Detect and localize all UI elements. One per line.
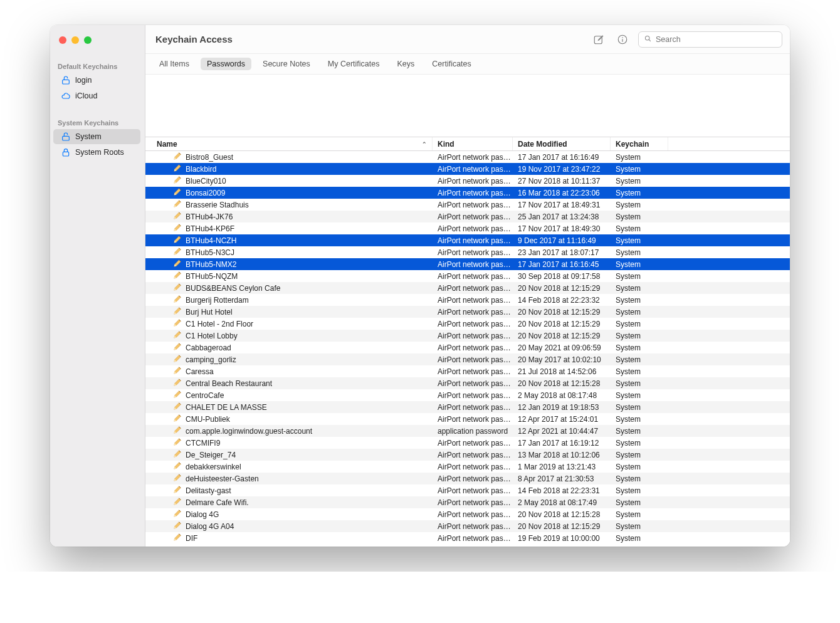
tab-certificates[interactable]: Certificates [426,58,478,70]
cell-spacer [668,211,790,223]
zoom-window-button[interactable] [84,36,92,44]
cell-keychain: System [611,413,668,425]
table-row[interactable]: CabbageroadAirPort network pas…20 May 20… [145,342,790,353]
sidebar-item-icloud[interactable]: iCloud [53,88,140,103]
cell-date: 17 Jan 2017 at 16:16:45 [513,258,611,270]
items-table[interactable]: Name⌃ Kind Date Modified Keychain Bistro… [145,137,790,547]
table-row[interactable]: Brasserie StadhuisAirPort network pas…17… [145,199,790,211]
cell-spacer [668,330,790,342]
cell-date: 14 Feb 2018 at 22:23:32 [513,294,611,306]
column-header-name[interactable]: Name⌃ [145,137,433,150]
cell-date: 19 Nov 2017 at 23:47:22 [513,163,611,175]
compose-button[interactable] [591,31,607,48]
tab-my-certificates[interactable]: My Certificates [322,58,386,70]
table-row[interactable]: BTHub4-JK76AirPort network pas…25 Jan 20… [145,211,790,223]
table-row[interactable]: BTHub5-N3CJAirPort network pas…23 Jan 20… [145,246,790,258]
cell-spacer [668,223,790,234]
column-header-kind[interactable]: Kind [433,137,513,150]
table-row[interactable]: Delitasty-gastAirPort network pas…14 Feb… [145,484,790,496]
table-row[interactable]: debakkerswinkelAirPort network pas…1 Mar… [145,461,790,473]
cell-spacer [668,353,790,365]
cell-kind: AirPort network pas… [433,484,513,496]
table-row[interactable]: CHALET DE LA MASSEAirPort network pas…12… [145,401,790,413]
cell-name: Delitasty-gast [145,484,433,496]
search-input[interactable] [656,35,777,44]
table-row[interactable]: camping_gorlizAirPort network pas…20 May… [145,353,790,365]
search-icon [644,34,652,45]
column-header-keychain[interactable]: Keychain [611,137,668,150]
sidebar-item-system-roots[interactable]: System Roots [53,145,140,160]
cell-spacer [668,389,790,401]
cell-name: Burgerij Rotterdam [145,294,433,306]
cell-spacer [668,282,790,294]
sidebar-item-system[interactable]: System [53,129,140,144]
table-row[interactable]: Delmare Cafe Wifi.AirPort network pas…2 … [145,496,790,508]
table-row[interactable]: Burgerij RotterdamAirPort network pas…14… [145,294,790,306]
table-row[interactable]: BTHub4-NCZHAirPort network pas…9 Dec 201… [145,234,790,246]
password-item-icon [173,306,182,317]
table-row[interactable]: BTHub4-KP6FAirPort network pas…17 Nov 20… [145,223,790,234]
password-item-icon [173,449,182,460]
table-row[interactable]: Dialog 4GAirPort network pas…20 Nov 2018… [145,508,790,520]
table-row[interactable]: CaressaAirPort network pas…21 Jul 2018 a… [145,365,790,377]
cell-date: 12 Apr 2021 at 10:44:47 [513,425,611,437]
cell-kind: AirPort network pas… [433,520,513,532]
item-name: Burgerij Rotterdam [186,296,249,305]
item-name: BUDS&BEANS Ceylon Cafe [186,284,280,293]
close-window-button[interactable] [59,36,66,44]
info-button[interactable] [614,31,631,48]
table-row[interactable]: BUDS&BEANS Ceylon CafeAirPort network pa… [145,282,790,294]
table-row[interactable]: De_Steiger_74AirPort network pas…13 Mar … [145,449,790,461]
cell-date: 20 May 2021 at 09:06:59 [513,342,611,353]
password-item-icon [173,366,182,377]
window: Default Keychains login iCloud System Ke… [50,25,790,547]
table-row[interactable]: CMU-PubliekAirPort network pas…12 Apr 20… [145,413,790,425]
cell-date: 14 Feb 2018 at 22:23:31 [513,484,611,496]
table-row[interactable]: DIFAirPort network pas…19 Feb 2019 at 10… [145,532,790,544]
cell-keychain: System [611,246,668,258]
table-row[interactable]: Bistro8_GuestAirPort network pas…17 Jan … [145,151,790,163]
table-row[interactable]: C1 Hotel LobbyAirPort network pas…20 Nov… [145,330,790,342]
tab-keys[interactable]: Keys [391,58,421,70]
column-header-date[interactable]: Date Modified [513,137,611,150]
sidebar-item-login[interactable]: login [53,73,140,88]
detail-panel [145,75,790,137]
cell-kind: AirPort network pas… [433,353,513,365]
table-row[interactable]: Bonsai2009AirPort network pas…16 Mar 201… [145,187,790,199]
item-name: BTHub5-NMX2 [186,260,236,269]
table-row[interactable]: Central Beach RestaurantAirPort network … [145,377,790,389]
table-row[interactable]: BTHub5-NQZMAirPort network pas…30 Sep 20… [145,270,790,282]
tab-all-items[interactable]: All Items [153,58,196,70]
password-item-icon [173,390,182,401]
cell-keychain: System [611,484,668,496]
minimize-window-button[interactable] [71,36,79,44]
password-item-icon [173,521,182,531]
table-row[interactable]: Burj Hut HotelAirPort network pas…20 Nov… [145,306,790,318]
item-name: Burj Hut Hotel [186,308,233,317]
cell-kind: AirPort network pas… [433,437,513,449]
cell-kind: AirPort network pas… [433,211,513,223]
cell-spacer [668,508,790,520]
table-row[interactable]: Dialog 4G A04AirPort network pas…20 Nov … [145,520,790,532]
table-row[interactable]: com.apple.loginwindow.guest-accountappli… [145,425,790,437]
cell-date: 2 May 2018 at 08:17:48 [513,389,611,401]
password-item-icon [173,485,182,496]
cell-name: C1 Hotel - 2nd Floor [145,318,433,330]
table-row[interactable]: BTHub5-NMX2AirPort network pas…17 Jan 20… [145,258,790,270]
table-row[interactable]: CTCMIFI9AirPort network pas…17 Jan 2017 … [145,437,790,449]
unlocked-padlock-icon [61,75,71,85]
unlocked-padlock-icon [61,132,71,142]
table-row[interactable]: BlackbirdAirPort network pas…19 Nov 2017… [145,163,790,175]
cell-spacer [668,318,790,330]
cell-name: BTHub4-NCZH [145,234,433,246]
cell-date: 9 Dec 2017 at 11:16:49 [513,234,611,246]
table-row[interactable]: deHuisteester-GastenAirPort network pas…… [145,473,790,484]
cell-kind: AirPort network pas… [433,306,513,318]
table-row[interactable]: CentroCafeAirPort network pas…2 May 2018… [145,389,790,401]
table-row[interactable]: BlueCity010AirPort network pas…27 Nov 20… [145,175,790,187]
table-row[interactable]: C1 Hotel - 2nd FloorAirPort network pas…… [145,318,790,330]
search-field[interactable] [638,31,782,48]
tab-passwords[interactable]: Passwords [201,58,251,70]
tab-secure-notes[interactable]: Secure Notes [256,58,317,70]
cell-keychain: System [611,532,668,544]
